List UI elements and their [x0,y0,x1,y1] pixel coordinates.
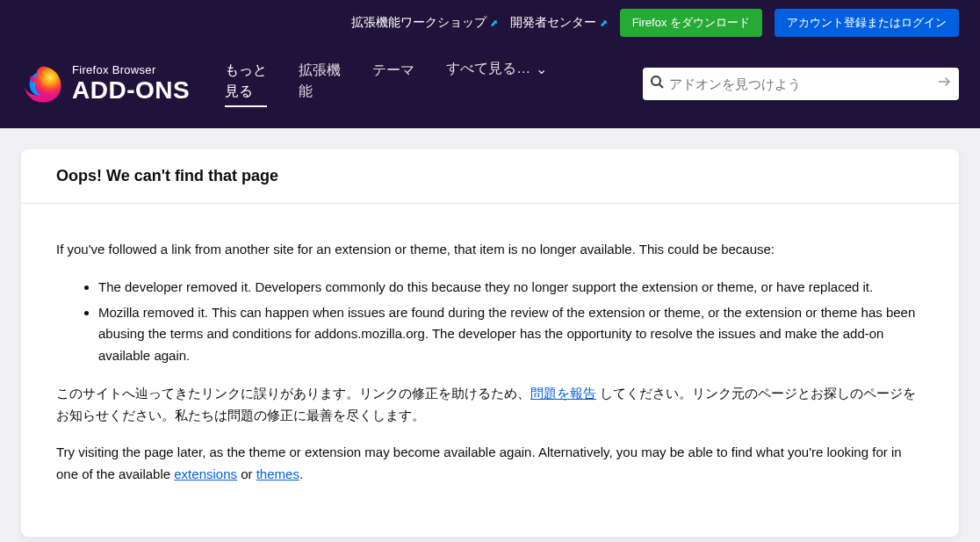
svg-line-2 [659,84,663,88]
submit-arrow-icon[interactable] [936,74,952,93]
chevron-down-icon: ⌄ [536,61,547,77]
developer-hub-link[interactable]: 開発者センター⬈ [510,15,608,31]
error-card: Oops! We can't find that page If you've … [21,149,959,537]
logo-title: ADD-ONS [72,76,190,105]
extension-workshop-link[interactable]: 拡張機能ワークショップ⬈ [351,15,498,31]
report-issue-link[interactable]: 問題を報告 [530,386,596,401]
external-link-icon: ⬈ [600,18,608,29]
search-input[interactable] [664,71,936,97]
svg-point-1 [652,76,660,85]
search-icon [650,75,664,92]
extensions-link[interactable]: extensions [174,466,237,481]
login-register-button[interactable]: アカウント登録またはログイン [775,9,959,37]
nav-themes[interactable]: テーマ [372,60,414,81]
reason-item: The developer removed it. Developers com… [98,277,924,299]
nav-extensions[interactable]: 拡張機能 [299,60,341,102]
link-label: 開発者センター [510,15,596,31]
error-alternatives-paragraph: Try visiting the page later, as the them… [56,442,924,486]
link-label: 拡張機能ワークショップ [351,15,486,31]
page-title: Oops! We can't find that page [56,167,924,185]
site-logo[interactable]: Firefox Browser ADD-ONS [21,62,190,105]
themes-link[interactable]: themes [256,466,299,481]
reason-item: Mozilla removed it. This can happen when… [98,302,924,367]
download-firefox-button[interactable]: Firefox をダウンロード [620,9,762,37]
search-form [643,68,959,100]
external-link-icon: ⬈ [490,18,498,29]
error-report-paragraph: このサイトへ辿ってきたリンクに誤りがあります。リンクの修正を助けるため、問題を報… [56,383,924,427]
nav-label: すべて見る… [446,60,530,78]
error-intro: If you've followed a link from another s… [56,239,924,261]
nav-see-all[interactable]: すべて見る… ⌄ [446,60,547,78]
firefox-icon [21,62,63,105]
nav-explore[interactable]: もっと見る [225,60,267,107]
logo-subtitle: Firefox Browser [72,63,190,76]
